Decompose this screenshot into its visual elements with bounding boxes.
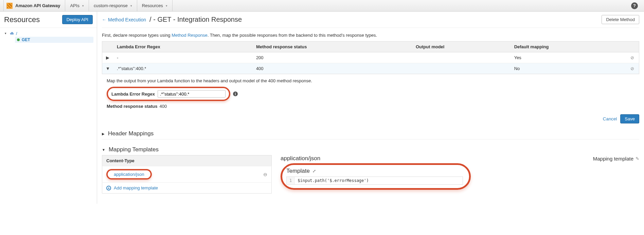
expand-icon[interactable]: ⤢ <box>312 169 316 173</box>
nav-resources-label: Resources <box>142 3 163 8</box>
brand-label: Amazon API Gateway <box>15 3 60 8</box>
delete-row-button[interactable]: ⊘ <box>626 63 639 74</box>
remove-content-type-button[interactable]: ⊖ <box>263 172 267 177</box>
cancel-button[interactable]: Cancel <box>603 114 617 123</box>
mapping-area: Content-Type application/json ⊖ <box>102 155 639 194</box>
table-row: ▶ - 200 Yes ⊘ <box>102 52 639 63</box>
highlight-annotation: Template ⤢ 1 $input.path('$.errorMessage… <box>281 163 471 190</box>
cell-regex: .*"status":400.* <box>113 63 253 74</box>
table-row: ▼ .*"status":400.* 400 No ⊘ <box>102 63 639 74</box>
mapping-template-header: Mapping template ✎ <box>593 156 639 162</box>
resource-tree: ▾ / GET <box>0 28 97 43</box>
mapping-templates-label: Mapping Templates <box>109 146 159 153</box>
table-header-actions <box>626 41 639 52</box>
help-button[interactable]: ? <box>625 0 644 11</box>
sidebar: Resources Deploy API ▾ / GET <box>0 12 97 204</box>
nav-apis[interactable]: APIs ▾ <box>65 0 89 11</box>
chevron-down-icon: ▾ <box>82 4 84 7</box>
method-status-icon <box>17 38 20 41</box>
method-response-link[interactable]: Method Response <box>172 33 208 38</box>
table-header-regex: Lambda Error Regex <box>113 41 253 52</box>
highlight-annotation: application/json <box>106 169 152 180</box>
tree-root[interactable]: ▾ / <box>5 30 93 37</box>
description: First, declare response types using Meth… <box>102 33 639 38</box>
content-header: ← Method Execution / - GET - Integration… <box>102 15 639 28</box>
content-type-table: Content-Type application/json ⊖ <box>102 155 272 194</box>
regex-panel: Map the output from your Lambda function… <box>102 78 639 109</box>
nav-api-name[interactable]: custom-response ▾ <box>89 0 137 11</box>
add-mapping-label: Add mapping template <box>114 185 158 190</box>
table-row: application/json ⊖ <box>102 166 272 183</box>
integration-response-table: Lambda Error Regex Method response statu… <box>102 41 639 74</box>
nav-api-name-label: custom-response <box>94 3 128 8</box>
table-header-status: Method response status <box>253 41 412 52</box>
content-type-link[interactable]: application/json <box>114 172 144 177</box>
template-editor[interactable]: 1 $input.path('$.errorMessage') <box>286 177 463 185</box>
edit-icon[interactable]: ✎ <box>636 156 639 161</box>
table-header-expand <box>102 41 113 52</box>
line-number: 1 <box>287 177 295 184</box>
add-mapping-template-button[interactable]: + Add mapping template <box>102 183 271 193</box>
delete-row-button[interactable]: ⊘ <box>626 52 639 63</box>
cell-default: Yes <box>511 52 626 63</box>
cell-default: No <box>511 63 626 74</box>
divider <box>102 139 639 139</box>
mapping-templates-toggle[interactable]: ▼ Mapping Templates <box>102 146 639 153</box>
aws-logo-icon <box>6 3 13 9</box>
lambda-regex-row: Lambda Error Regex i <box>107 87 639 101</box>
method-status-row: Method response status 400 <box>107 104 639 109</box>
table-header-default: Default mapping <box>511 41 626 52</box>
header-mappings-label: Header Mappings <box>108 130 154 137</box>
cell-regex: - <box>113 52 253 63</box>
method-status-value: 400 <box>160 104 167 109</box>
nav-resources[interactable]: Resources ▾ <box>137 0 173 11</box>
lambda-regex-label: Lambda Error Regex <box>111 91 155 97</box>
header-mappings-toggle[interactable]: ▶ Header Mappings <box>102 130 639 137</box>
deploy-api-button[interactable]: Deploy API <box>62 15 93 24</box>
regex-panel-hint: Map the output from your Lambda function… <box>107 78 639 83</box>
template-pane: application/json Mapping template ✎ Temp… <box>281 155 639 190</box>
lambda-regex-input[interactable] <box>158 90 226 98</box>
highlight-annotation: Lambda Error Regex <box>107 87 230 101</box>
expand-row-toggle[interactable]: ▶ <box>102 52 113 63</box>
chevron-down-icon: ▼ <box>102 148 105 152</box>
sidebar-title: Resources <box>4 15 40 24</box>
ct-actions-header <box>259 155 272 166</box>
chevron-down-icon[interactable]: ▾ <box>5 32 7 35</box>
content-type-panel: Content-Type application/json ⊖ <box>102 155 272 194</box>
chevron-down-icon: ▾ <box>166 4 167 7</box>
table-row: + Add mapping template <box>102 183 272 194</box>
collapse-row-toggle[interactable]: ▼ <box>102 63 113 74</box>
back-to-method-execution[interactable]: ← Method Execution <box>102 17 146 22</box>
template-content-type: application/json <box>281 155 320 162</box>
tree-method-get[interactable]: GET <box>15 37 93 43</box>
cell-model <box>412 52 511 63</box>
mapping-template-label: Mapping template <box>593 156 633 162</box>
table-header-model: Output model <box>412 41 511 52</box>
page-title: / - GET - Integration Response <box>149 16 242 23</box>
back-link-label: Method Execution <box>108 17 146 22</box>
template-title: Template <box>286 168 310 174</box>
cell-status: 400 <box>253 63 412 74</box>
chevron-right-icon: ▶ <box>102 132 105 136</box>
info-icon[interactable]: i <box>233 91 238 96</box>
desc-prefix: First, declare response types using <box>102 33 172 38</box>
save-button[interactable]: Save <box>620 114 639 123</box>
delete-method-button[interactable]: Delete Method <box>602 15 639 24</box>
tree-root-label: / <box>16 31 17 36</box>
nav-brand[interactable]: Amazon API Gateway <box>3 0 65 11</box>
help-icon: ? <box>631 2 638 9</box>
cloud-icon <box>10 31 14 36</box>
cell-model <box>412 63 511 74</box>
content: ← Method Execution / - GET - Integration… <box>97 12 644 204</box>
content-type-header: Content-Type <box>102 155 260 166</box>
breadcrumb: ← Method Execution / - GET - Integration… <box>102 16 242 23</box>
method-status-label: Method response status <box>107 104 158 109</box>
tree-method-label: GET <box>22 37 30 42</box>
top-nav: Amazon API Gateway APIs ▾ custom-respons… <box>0 0 644 12</box>
arrow-left-icon: ← <box>102 17 106 22</box>
template-code: $input.path('$.errorMessage') <box>295 177 372 184</box>
desc-suffix: . Then, map the possible responses from … <box>208 33 377 38</box>
chevron-down-icon: ▾ <box>130 4 132 7</box>
plus-icon: + <box>106 186 111 190</box>
